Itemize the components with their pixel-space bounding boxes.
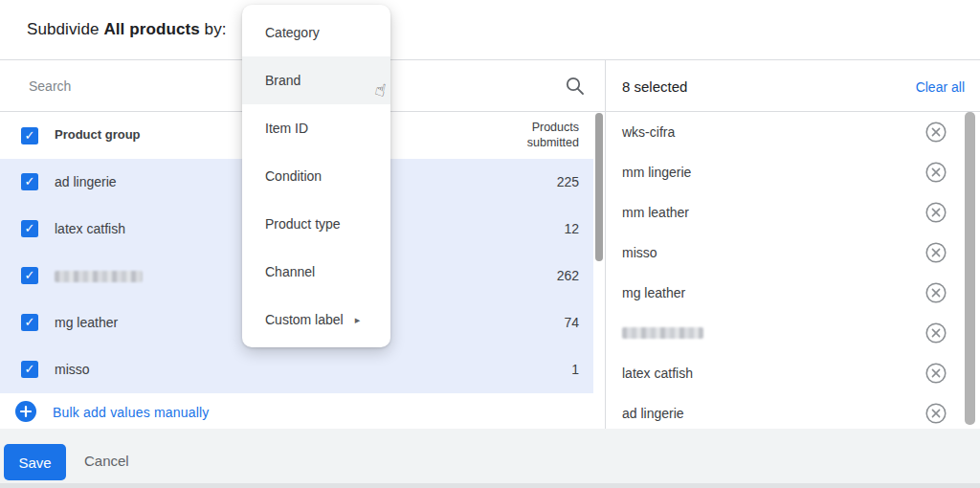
selected-item-label: misso bbox=[622, 245, 657, 260]
remove-item-icon[interactable] bbox=[925, 122, 947, 143]
left-panel-scrollbar[interactable] bbox=[595, 113, 603, 261]
product-group-name: misso bbox=[55, 362, 90, 377]
products-submitted-value: 1 bbox=[571, 362, 579, 377]
cancel-button[interactable]: Cancel bbox=[84, 453, 129, 469]
menu-item-category[interactable]: Category bbox=[242, 9, 390, 56]
list-item: mg leather bbox=[606, 273, 980, 313]
right-panel-scrollbar[interactable] bbox=[965, 112, 975, 425]
list-item bbox=[606, 313, 980, 353]
table-row[interactable]: ✓ misso 1 bbox=[0, 346, 593, 393]
dialog-footer: Save Cancel bbox=[0, 429, 980, 488]
bulk-add-row[interactable]: Bulk add values manually bbox=[0, 393, 605, 431]
submenu-arrow-icon: ▸ bbox=[355, 314, 361, 326]
selected-panel-header: 8 selected Clear all bbox=[606, 60, 980, 112]
select-all-checkbox[interactable]: ✓ bbox=[21, 127, 38, 144]
products-submitted-value: 12 bbox=[564, 221, 579, 236]
menu-item-channel[interactable]: Channel bbox=[242, 248, 390, 296]
save-button[interactable]: Save bbox=[4, 444, 66, 480]
bottom-edge bbox=[0, 483, 980, 488]
bulk-add-values-link[interactable]: Bulk add values manually bbox=[53, 405, 210, 420]
page-title: Subdivide All products by: bbox=[27, 20, 227, 39]
subdivide-by-dropdown-menu: Category Brand Item ID Condition Product… bbox=[242, 5, 390, 347]
products-submitted-value: 74 bbox=[564, 315, 579, 330]
selected-items-list: wks-cifra mm lingerie mm leather misso m… bbox=[606, 112, 980, 429]
menu-item-condition[interactable]: Condition bbox=[242, 152, 390, 200]
selected-values-panel: 8 selected Clear all wks-cifra mm linger… bbox=[606, 60, 980, 429]
row-checkbox[interactable]: ✓ bbox=[21, 220, 38, 237]
column-header-products-submitted: Products submitted bbox=[527, 120, 579, 151]
dialog-title-bar: Subdivide All products by: bbox=[0, 0, 980, 59]
selected-item-label: mg leather bbox=[622, 285, 685, 300]
menu-item-product-type[interactable]: Product type bbox=[242, 200, 390, 248]
remove-item-icon[interactable] bbox=[925, 202, 947, 223]
redacted-selected-item-label bbox=[622, 327, 703, 339]
row-checkbox[interactable]: ✓ bbox=[21, 361, 38, 378]
column-header-product-group: Product group bbox=[55, 127, 141, 142]
selected-item-label: latex catfish bbox=[622, 366, 693, 381]
remove-item-icon[interactable] bbox=[925, 322, 947, 344]
clear-all-link[interactable]: Clear all bbox=[916, 79, 965, 95]
product-group-name: latex catfish bbox=[55, 221, 125, 236]
remove-item-icon[interactable] bbox=[925, 363, 947, 384]
remove-item-icon[interactable] bbox=[925, 282, 947, 303]
products-submitted-value: 225 bbox=[557, 174, 579, 189]
product-group-name: ad lingerie bbox=[55, 174, 117, 189]
plus-circle-icon[interactable] bbox=[15, 401, 36, 422]
list-item: wks-cifra bbox=[606, 112, 980, 152]
search-input[interactable]: Search bbox=[29, 78, 71, 94]
products-submitted-value: 262 bbox=[557, 268, 579, 283]
search-icon[interactable] bbox=[565, 76, 586, 97]
selected-item-label: mm lingerie bbox=[622, 165, 691, 180]
selected-item-label: wks-cifra bbox=[622, 124, 675, 140]
selected-item-label: ad lingerie bbox=[622, 406, 684, 421]
row-checkbox[interactable]: ✓ bbox=[21, 173, 38, 190]
selected-count: 8 selected bbox=[622, 78, 687, 95]
list-item: misso bbox=[606, 233, 980, 273]
list-item: ad lingerie bbox=[606, 393, 980, 429]
list-item: mm leather bbox=[606, 192, 980, 233]
menu-item-custom-label[interactable]: Custom label ▸ bbox=[242, 296, 390, 344]
menu-item-brand[interactable]: Brand bbox=[242, 56, 390, 104]
redacted-product-group-name bbox=[55, 271, 143, 282]
selected-item-label: mm leather bbox=[622, 205, 689, 220]
row-checkbox[interactable]: ✓ bbox=[21, 267, 38, 284]
list-item: latex catfish bbox=[606, 353, 980, 393]
remove-item-icon[interactable] bbox=[925, 242, 947, 263]
row-checkbox[interactable]: ✓ bbox=[21, 314, 38, 331]
list-item: mm lingerie bbox=[606, 152, 980, 192]
menu-item-item-id[interactable]: Item ID bbox=[242, 104, 390, 152]
remove-item-icon[interactable] bbox=[925, 403, 947, 424]
remove-item-icon[interactable] bbox=[925, 162, 947, 183]
product-group-name: mg leather bbox=[55, 315, 118, 330]
